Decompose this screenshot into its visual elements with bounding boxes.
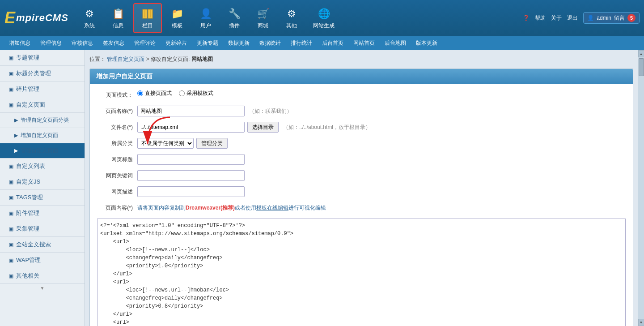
sidebar-item-custom-js[interactable]: ▣ 自定义JS — [0, 174, 85, 190]
about-link[interactable]: 关于 — [551, 14, 562, 22]
sidebar-item-custom-list[interactable]: ▣ 自定义列表 — [0, 159, 85, 174]
right-scrollbar[interactable]: ▲ ▼ — [638, 50, 644, 326]
desc-input[interactable] — [137, 186, 245, 197]
admin-badge[interactable]: 👤 admin 留言 5 — [583, 12, 640, 24]
nav-other-label: 其他 — [286, 22, 297, 30]
sidebar-item-add-custom-sub[interactable]: ▶ 增加自定义页面 — [0, 128, 85, 143]
sidebar-scroll-down[interactable]: ▼ — [0, 284, 85, 292]
nav-icons: ⚙ 系统 📋 信息 栏目 📁 模板 👤 — [76, 3, 523, 33]
form-row-page-content: 页面内容(*) 请将页面内容复制到Dreamweaver(推荐)或者使用模板在线… — [97, 202, 626, 214]
nav-template-label: 模板 — [172, 22, 182, 30]
nav-user-label: 用户 — [200, 22, 211, 30]
form-panel-title: 增加用户自定义页面 — [90, 69, 633, 84]
sidebar-item-manage-custom-sub[interactable]: ▶ 管理自定义页面分类 — [0, 113, 85, 128]
page-title-input[interactable] — [137, 154, 245, 165]
page-mode-label: 页面模式： — [97, 90, 137, 99]
form-row-page-mode: 页面模式： 直接页面式 采用模板式 — [97, 90, 626, 101]
second-nav-backend-home[interactable]: 后台首页 — [318, 38, 348, 49]
second-nav-manage-info[interactable]: 管理信息 — [36, 38, 66, 49]
second-nav-data-stats[interactable]: 数据统计 — [255, 38, 285, 49]
breadcrumb-action: 修改自定义页面: — [151, 56, 191, 62]
category-select[interactable]: 不隶属于任何类别 — [137, 138, 194, 149]
nav-other[interactable]: ⚙ 其他 — [278, 4, 305, 32]
sidebar-item-fragment[interactable]: ▣ 碎片管理 — [0, 82, 85, 97]
select-dir-button[interactable]: 选择目录 — [247, 122, 279, 133]
logo-e-letter: E — [4, 9, 15, 27]
sidebar-icon-attachment: ▣ — [9, 210, 13, 216]
nav-column[interactable]: 栏目 — [133, 3, 162, 33]
second-nav-site-home[interactable]: 网站首页 — [349, 38, 379, 49]
scroll-down-btn[interactable]: ▼ — [638, 319, 644, 326]
sidebar-item-attachment[interactable]: ▣ 附件管理 — [0, 206, 85, 221]
template-icon: 📁 — [170, 7, 184, 21]
keywords-input[interactable] — [137, 170, 245, 181]
radio-template-label: 采用模板式 — [186, 90, 213, 97]
second-nav-publish-info[interactable]: 签发信息 — [98, 38, 129, 49]
second-nav-review-info[interactable]: 审核信息 — [67, 38, 97, 49]
form-row-page-title: 网页标题 — [97, 154, 626, 166]
manage-category-button[interactable]: 管理分类 — [196, 138, 228, 149]
messages-label: 留言 — [614, 14, 625, 22]
help-link[interactable]: 帮助 — [535, 14, 546, 22]
hint-template-link[interactable]: 模板在线编辑 — [256, 205, 288, 211]
sidebar-item-custom-page[interactable]: ▣ 自定义页面 — [0, 97, 85, 113]
sidebar-icon-wap: ▣ — [9, 257, 13, 263]
top-bar: E mpireCMS ⚙ 系统 📋 信息 栏目 — [0, 0, 644, 36]
second-nav-manage-comment[interactable]: 管理评论 — [130, 38, 160, 49]
nav-user[interactable]: 👤 用户 — [192, 4, 219, 32]
nav-template[interactable]: 📁 模板 — [164, 4, 191, 32]
page-content-hint: 请将页面内容复制到Dreamweaver(推荐)或者使用模板在线编辑进行可视化编… — [137, 202, 326, 214]
radio-template[interactable]: 采用模板式 — [179, 90, 213, 97]
code-editor[interactable]: <?='<?xml version="1.0" encoding="UTF-8"… — [97, 219, 626, 326]
sidebar-item-tags-mgmt[interactable]: ▣ TAGS管理 — [0, 190, 85, 206]
scroll-up-btn[interactable]: ▲ — [638, 50, 644, 57]
sidebar-icon-manage-active: ▶ — [14, 148, 18, 154]
sidebar-item-manage-custom-active[interactable]: ▶ 管理自定义页面 — [0, 143, 85, 159]
sidebar-item-tag-category[interactable]: ▣ 标题分类管理 — [0, 66, 85, 82]
sidebar-item-fulltext[interactable]: ▣ 全站全文搜索 — [0, 237, 85, 253]
admin-name: admin — [597, 15, 611, 21]
hint-dreamweaver-link[interactable]: Dreamweaver(推荐) — [186, 205, 235, 211]
radio-template-input[interactable] — [179, 90, 185, 96]
page-name-hint: （如：联系我们） — [249, 107, 292, 115]
sidebar-item-collect[interactable]: ▣ 采集管理 — [0, 221, 85, 237]
page-name-input[interactable] — [137, 106, 245, 116]
nav-info[interactable]: 📋 信息 — [105, 4, 131, 32]
filename-input[interactable] — [137, 122, 245, 133]
sidebar-item-wap[interactable]: ▣ WAP管理 — [0, 253, 85, 268]
second-nav-rank-stats[interactable]: 排行统计 — [286, 38, 317, 49]
second-nav: 增加信息 管理信息 审核信息 签发信息 管理评论 更新碎片 更新专题 数据更新 … — [0, 36, 644, 50]
second-nav-update-topic[interactable]: 更新专题 — [192, 38, 223, 49]
second-nav-add-info[interactable]: 增加信息 — [4, 38, 35, 49]
second-nav-update-fragment[interactable]: 更新碎片 — [161, 38, 191, 49]
radio-direct-label: 直接页面式 — [145, 90, 172, 97]
radio-direct-input[interactable] — [137, 90, 143, 96]
top-right: ❓ 帮助 关于 退出 👤 admin 留言 5 — [523, 12, 640, 24]
sidebar-icon-custom-list: ▣ — [9, 163, 13, 169]
sidebar-icon-tags: ▣ — [9, 195, 13, 201]
breadcrumb-link1[interactable]: 管理自定义页面 — [107, 56, 144, 62]
second-nav-version-update[interactable]: 版本更新 — [411, 38, 442, 49]
nav-generate[interactable]: 🌐 网站生成 — [307, 4, 341, 32]
shop-icon: 🛒 — [256, 7, 270, 21]
form-row-desc: 网页描述 — [97, 186, 626, 198]
nav-shop[interactable]: 🛒 商城 — [250, 4, 276, 32]
nav-plugin[interactable]: 🔧 插件 — [221, 4, 248, 32]
logout-link[interactable]: 退出 — [567, 14, 578, 22]
page-mode-radio-group: 直接页面式 采用模板式 — [137, 90, 213, 97]
second-nav-data-update[interactable]: 数据更新 — [224, 38, 254, 49]
nav-shop-label: 商城 — [258, 22, 268, 30]
sidebar: ▣ 专题管理 ▣ 标题分类管理 ▣ 碎片管理 ▣ 自定义页面 ▶ 管理自定义页面… — [0, 50, 85, 326]
form-row-keywords: 网页关键词 — [97, 170, 626, 182]
radio-direct[interactable]: 直接页面式 — [137, 90, 172, 97]
logo: E mpireCMS — [4, 4, 76, 31]
second-nav-backend-map[interactable]: 后台地图 — [380, 38, 411, 49]
breadcrumb: 位置： 管理自定义页面 > 修改自定义页面: 网站地图 — [89, 55, 633, 64]
sidebar-icon-custom-page: ▣ — [9, 102, 13, 108]
nav-system[interactable]: ⚙ 系统 — [76, 4, 103, 32]
sidebar-item-other-related[interactable]: ▣ 其他相关 — [0, 268, 85, 284]
nav-generate-label: 网站生成 — [313, 22, 335, 30]
messages-count[interactable]: 5 — [627, 14, 636, 22]
sidebar-item-topic-mgmt[interactable]: ▣ 专题管理 — [0, 50, 85, 66]
scroll-thumb[interactable] — [639, 58, 644, 76]
